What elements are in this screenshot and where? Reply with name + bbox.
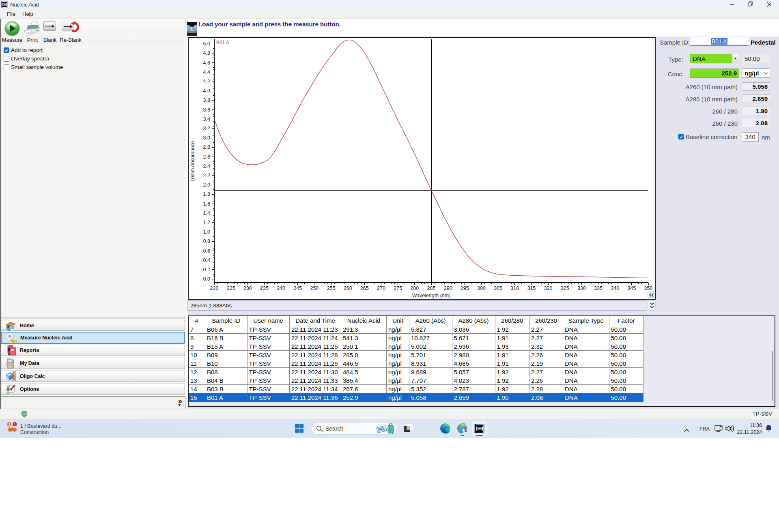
svg-text:0.4: 0.4 — [203, 257, 210, 263]
svg-text:0.6: 0.6 — [203, 248, 210, 254]
svg-text:3.4: 3.4 — [203, 116, 210, 122]
svg-text:4.4: 4.4 — [203, 69, 210, 75]
svg-text:4.8: 4.8 — [203, 50, 210, 56]
svg-text:315: 315 — [527, 285, 536, 291]
svg-text:2.2: 2.2 — [203, 173, 210, 178]
svg-text:5.0: 5.0 — [203, 41, 210, 47]
svg-text:Wavelength (nm): Wavelength (nm) — [412, 293, 451, 298]
svg-text:240: 240 — [277, 285, 285, 291]
svg-text:1.4: 1.4 — [203, 210, 210, 216]
svg-text:1.2: 1.2 — [203, 220, 210, 225]
svg-text:350: 350 — [644, 285, 653, 291]
svg-text:2.6: 2.6 — [203, 154, 210, 160]
svg-text:0.2: 0.2 — [203, 267, 210, 272]
svg-text:3.8: 3.8 — [203, 97, 210, 103]
svg-text:335: 335 — [594, 285, 603, 291]
svg-text:245: 245 — [293, 285, 302, 291]
svg-text:255: 255 — [327, 285, 336, 291]
svg-text:2.4: 2.4 — [203, 163, 210, 169]
svg-text:300: 300 — [477, 285, 486, 291]
svg-text:4.2: 4.2 — [203, 79, 210, 84]
svg-text:320: 320 — [544, 285, 553, 291]
svg-text:225: 225 — [227, 285, 235, 291]
svg-text:3.6: 3.6 — [203, 107, 210, 113]
svg-text:260: 260 — [344, 285, 352, 291]
svg-text:265: 265 — [360, 285, 369, 291]
svg-text:285: 285 — [427, 285, 436, 291]
svg-text:235: 235 — [260, 285, 269, 291]
svg-text:1.0: 1.0 — [203, 229, 210, 235]
svg-text:295: 295 — [461, 285, 469, 291]
svg-text:220: 220 — [210, 285, 219, 291]
svg-text:1.6: 1.6 — [203, 201, 210, 207]
svg-text:280: 280 — [410, 285, 419, 291]
svg-text:1.8: 1.8 — [203, 191, 210, 197]
svg-text:B01 A: B01 A — [216, 40, 229, 45]
svg-text:305: 305 — [494, 285, 502, 291]
svg-text:3.0: 3.0 — [203, 135, 210, 141]
svg-text:4.0: 4.0 — [203, 88, 210, 94]
svg-text:325: 325 — [561, 285, 569, 291]
svg-text:10mm Absorbance: 10mm Absorbance — [190, 141, 196, 182]
svg-text:2.8: 2.8 — [203, 144, 210, 150]
svg-text:345: 345 — [627, 285, 636, 291]
svg-text:0.0: 0.0 — [203, 276, 210, 282]
svg-text:3.2: 3.2 — [203, 126, 210, 131]
svg-text:270: 270 — [377, 285, 385, 291]
svg-text:250: 250 — [310, 285, 318, 291]
svg-text:230: 230 — [243, 285, 252, 291]
svg-text:1: 1 — [14, 422, 16, 426]
svg-text:4.6: 4.6 — [203, 60, 210, 66]
svg-text:0.8: 0.8 — [203, 238, 210, 244]
svg-text:330: 330 — [577, 285, 586, 291]
svg-text:275: 275 — [394, 285, 402, 291]
svg-text:340: 340 — [611, 285, 619, 291]
svg-text:2.0: 2.0 — [203, 182, 210, 188]
svg-text:310: 310 — [510, 285, 519, 291]
svg-text:290: 290 — [444, 285, 452, 291]
